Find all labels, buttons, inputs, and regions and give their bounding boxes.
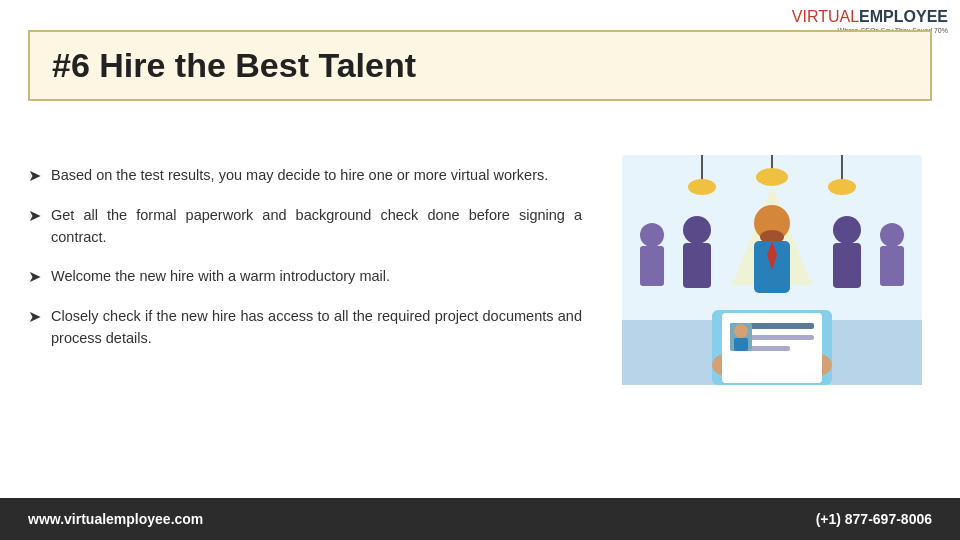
- bullet-arrow-4: ➤: [28, 307, 41, 326]
- svg-point-4: [756, 168, 788, 186]
- list-item: ➤ Get all the formal paperwork and backg…: [28, 205, 582, 249]
- hiring-illustration: [622, 155, 922, 385]
- title-box: #6 Hire the Best Talent: [28, 30, 932, 101]
- svg-point-2: [688, 179, 716, 195]
- list-item: ➤ Closely check if the new hire has acce…: [28, 306, 582, 350]
- illustration-area: [612, 145, 932, 385]
- svg-point-6: [828, 179, 856, 195]
- page-title: #6 Hire the Best Talent: [52, 46, 416, 84]
- svg-point-14: [880, 223, 904, 247]
- footer-phone: (+1) 877-697-8006: [816, 511, 932, 527]
- svg-rect-9: [683, 243, 711, 288]
- footer-website: www.virtualemployee.com: [28, 511, 203, 527]
- list-item: ➤ Welcome the new hire with a warm intro…: [28, 266, 582, 288]
- bullet-arrow-2: ➤: [28, 206, 41, 225]
- svg-rect-15: [880, 246, 904, 286]
- bullet-text-1: Based on the test results, you may decid…: [51, 165, 548, 187]
- content-area: ➤ Based on the test results, you may dec…: [28, 145, 932, 490]
- svg-rect-13: [640, 246, 664, 286]
- bullet-arrow-1: ➤: [28, 166, 41, 185]
- bullet-text-4: Closely check if the new hire has access…: [51, 306, 582, 350]
- svg-point-12: [640, 223, 664, 247]
- svg-point-29: [734, 324, 748, 338]
- bullet-arrow-3: ➤: [28, 267, 41, 286]
- logo-virtual: VIRTUAL: [792, 8, 859, 26]
- footer: www.virtualemployee.com (+1) 877-697-800…: [0, 498, 960, 540]
- list-item: ➤ Based on the test results, you may dec…: [28, 165, 582, 187]
- logo-employee: EMPLOYEE: [859, 8, 948, 26]
- svg-point-10: [833, 216, 861, 244]
- svg-rect-30: [734, 338, 748, 351]
- bullet-text-2: Get all the formal paperwork and backgro…: [51, 205, 582, 249]
- svg-rect-11: [833, 243, 861, 288]
- bullet-list: ➤ Based on the test results, you may dec…: [28, 145, 612, 368]
- svg-point-8: [683, 216, 711, 244]
- bullet-text-3: Welcome the new hire with a warm introdu…: [51, 266, 390, 288]
